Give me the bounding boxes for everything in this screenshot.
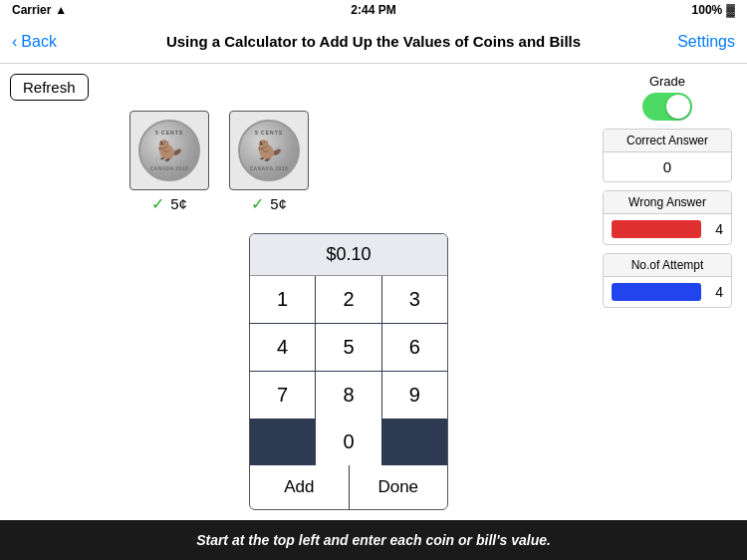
coin-text-top-1: 5 CENTS [155,130,183,136]
calc-btn-3[interactable]: 3 [382,276,447,323]
wrong-answer-value: 4 [707,221,723,237]
grade-section: Grade [596,74,739,121]
calc-btn-8[interactable]: 8 [316,372,380,419]
attempt-value: 4 [707,284,723,300]
back-label: Back [21,33,57,51]
attempt-box: No.of Attempt 4 [603,253,732,308]
calc-btn-5[interactable]: 5 [316,324,380,371]
battery-icon: ▓ [726,3,735,17]
bottom-bar: Start at the top left and enter each coi… [0,520,747,560]
toggle-thumb [666,95,690,119]
attempt-bar [612,283,701,301]
calculator: $0.10 1 2 3 4 5 6 7 8 9 0 Add Done [249,233,448,510]
coin-item-2: 5 CENTS 🦫 CANADA 2010 ✓ 5¢ [229,111,309,213]
coin-circle-2: 5 CENTS 🦫 CANADA 2010 [238,120,300,181]
grade-toggle[interactable] [642,93,692,121]
checkmark-1: ✓ [151,195,164,212]
calc-btn-1[interactable]: 1 [250,276,315,323]
chevron-left-icon: ‹ [12,33,17,51]
wrong-answer-bar [612,220,701,238]
calc-btn-2[interactable]: 2 [316,276,380,323]
status-bar: Carrier ▲ 2:44 PM 100% ▓ [0,0,747,20]
calc-btn-0[interactable]: 0 [316,419,380,465]
nav-bar: ‹ Back Using a Calculator to Add Up the … [0,20,747,64]
calc-btn-9[interactable]: 9 [382,372,447,419]
wifi-icon: ▲ [55,3,67,17]
coin-item-1: 5 CENTS 🦫 CANADA 2010 ✓ 5¢ [129,111,209,213]
coin-label-2: ✓ 5¢ [251,194,287,213]
bottom-text: Start at the top left and enter each coi… [196,532,551,548]
attempt-content: 4 [604,277,731,307]
correct-answer-box: Correct Answer 0 [603,129,732,182]
calc-display: $0.10 [250,234,447,276]
coins-area: 5 CENTS 🦫 CANADA 2010 ✓ 5¢ 5 CENTS 🦫 CAN… [10,111,428,213]
calc-action-row: Add Done [250,465,447,509]
coin-animal-1: 🦫 [157,140,182,160]
coin-text-bottom-1: CANADA 2010 [150,165,189,171]
calc-zero-row: 0 [250,419,447,465]
main-content: Refresh 5 CENTS 🦫 CANADA 2010 ✓ 5¢ [0,64,747,560]
calc-done-button[interactable]: Done [350,465,448,509]
status-right: 100% ▓ [692,3,735,17]
battery-label: 100% [692,3,723,17]
page-title: Using a Calculator to Add Up the Values … [166,33,581,50]
status-time: 2:44 PM [351,3,395,17]
wrong-answer-label: Wrong Answer [604,191,731,214]
coin-circle-1: 5 CENTS 🦫 CANADA 2010 [138,120,200,181]
correct-answer-label: Correct Answer [604,130,731,152]
center-area: Refresh 5 CENTS 🦫 CANADA 2010 ✓ 5¢ [0,64,588,560]
right-panel: Grade Correct Answer 0 Wrong Answer 4 No… [588,64,747,560]
refresh-button[interactable]: Refresh [10,74,89,101]
coin-image-1: 5 CENTS 🦫 CANADA 2010 [129,111,209,190]
settings-button[interactable]: Settings [677,33,735,51]
carrier-label: Carrier [12,3,51,17]
calc-empty-right [382,419,447,465]
status-left: Carrier ▲ [12,3,67,17]
calc-empty-left [250,419,315,465]
coin-value-1: 5¢ [170,195,187,212]
coin-animal-2: 🦫 [257,140,282,160]
coin-image-2: 5 CENTS 🦫 CANADA 2010 [229,111,309,190]
calc-btn-7[interactable]: 7 [250,372,315,419]
correct-answer-value: 0 [604,152,731,181]
calc-btn-6[interactable]: 6 [382,324,447,371]
wrong-answer-content: 4 [604,214,731,244]
coin-text-top-2: 5 CENTS [255,130,283,136]
calc-buttons: 1 2 3 4 5 6 7 8 9 [250,276,447,419]
back-button[interactable]: ‹ Back [12,33,57,51]
grade-label: Grade [649,74,685,89]
calc-btn-4[interactable]: 4 [250,324,315,371]
attempt-label: No.of Attempt [604,254,731,277]
checkmark-2: ✓ [251,195,264,212]
coin-text-bottom-2: CANADA 2010 [250,165,289,171]
coin-value-2: 5¢ [270,195,287,212]
coin-label-1: ✓ 5¢ [151,194,187,213]
calc-add-button[interactable]: Add [250,465,349,509]
wrong-answer-box: Wrong Answer 4 [603,190,732,245]
